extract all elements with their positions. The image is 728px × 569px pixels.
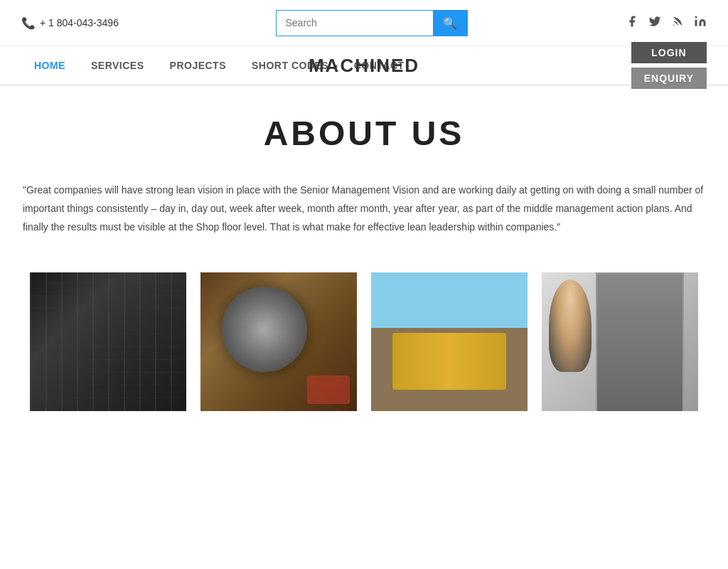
phone-number: 📞 + 1 804-043-3496 <box>21 16 119 30</box>
gallery-item-1[interactable] <box>30 272 186 411</box>
nav-item-home[interactable]: HOME <box>21 59 78 72</box>
svg-point-0 <box>673 25 675 26</box>
brand-name: MACHINED <box>309 55 419 77</box>
login-button[interactable]: LOGIN <box>631 42 707 63</box>
nav-actions: LOGIN ENQUIRY <box>631 42 707 89</box>
phone-text: + 1 804-043-3496 <box>40 17 119 28</box>
twitter-icon[interactable] <box>648 15 661 31</box>
nav-link-home[interactable]: HOME <box>21 60 78 71</box>
enquiry-button[interactable]: ENQUIRY <box>631 68 707 89</box>
top-bar: 📞 + 1 804-043-3496 🔍 <box>0 0 728 46</box>
warehouse-image <box>30 272 186 411</box>
page-title: ABOUT US <box>21 114 707 153</box>
main-content: ABOUT US "Great companies will have stro… <box>0 85 728 432</box>
search-area: 🔍 <box>276 10 468 36</box>
search-icon: 🔍 <box>443 17 457 29</box>
nav-link-projects[interactable]: PROJECTS <box>157 60 239 71</box>
svg-point-1 <box>695 16 697 18</box>
gallery-item-3[interactable] <box>371 272 528 411</box>
nav-item-projects[interactable]: PROJECTS <box>157 59 239 72</box>
gallery-item-4[interactable] <box>542 272 698 411</box>
image-gallery <box>21 272 707 411</box>
nav-item-services[interactable]: SERVICES <box>78 59 157 72</box>
social-icons <box>626 15 707 31</box>
phone-icon: 📞 <box>21 16 36 30</box>
gallery-item-2[interactable] <box>200 272 357 411</box>
engine-image <box>200 272 357 411</box>
quote-text: "Great companies will have strong lean v… <box>23 181 705 237</box>
search-wrapper: 🔍 <box>276 10 468 36</box>
facebook-icon[interactable] <box>626 15 638 31</box>
excavator-image <box>371 272 528 411</box>
nav-link-services[interactable]: SERVICES <box>78 60 157 71</box>
rss-icon[interactable] <box>671 15 684 31</box>
linkedin-icon[interactable] <box>694 15 707 31</box>
search-button[interactable]: 🔍 <box>433 11 467 36</box>
electrician-image <box>542 272 698 411</box>
search-input[interactable] <box>277 11 433 36</box>
nav-bar: HOME SERVICES PROJECTS SHORT CODES CONTA… <box>0 46 728 85</box>
